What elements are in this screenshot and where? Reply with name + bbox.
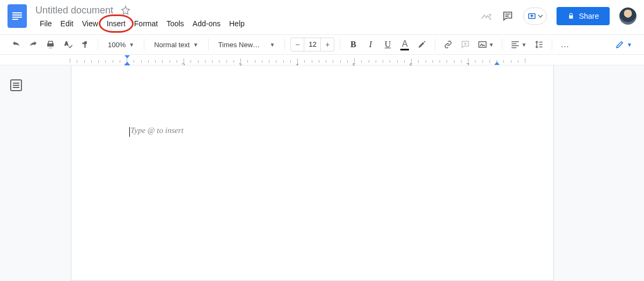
more-button[interactable]: … bbox=[558, 37, 573, 52]
placeholder-text: Type @ to insert bbox=[130, 126, 184, 135]
document-title[interactable]: Untitled document bbox=[35, 5, 113, 16]
menu-edit[interactable]: Edit bbox=[56, 18, 78, 29]
chevron-down-icon: ▼ bbox=[488, 42, 494, 48]
activity-icon[interactable] bbox=[480, 10, 492, 22]
font-value: Times New… bbox=[218, 41, 267, 49]
share-button[interactable]: Share bbox=[557, 7, 610, 25]
present-caret-icon bbox=[538, 13, 543, 19]
highlight-button[interactable] bbox=[414, 37, 429, 52]
linespacing-button[interactable] bbox=[531, 37, 546, 52]
size-increase[interactable]: + bbox=[321, 40, 334, 49]
comments-icon[interactable] bbox=[502, 10, 514, 22]
spellcheck-button[interactable] bbox=[60, 37, 75, 52]
link-button[interactable] bbox=[441, 37, 456, 52]
style-value: Normal text bbox=[154, 41, 189, 49]
paintformat-button[interactable] bbox=[77, 37, 92, 52]
image-button[interactable]: ▼ bbox=[475, 37, 496, 52]
menu-insert[interactable]: Insert bbox=[103, 18, 130, 29]
menu-addons[interactable]: Add-ons bbox=[188, 18, 225, 29]
print-button[interactable] bbox=[43, 37, 58, 52]
style-select[interactable]: Normal text ▼ bbox=[150, 37, 202, 52]
zoom-select[interactable]: 100% ▼ bbox=[104, 37, 138, 52]
underline-button[interactable]: U bbox=[380, 37, 395, 52]
size-value[interactable]: 12 bbox=[304, 38, 321, 51]
chevron-down-icon: ▼ bbox=[270, 42, 275, 48]
chevron-down-icon: ▼ bbox=[521, 42, 526, 48]
chevron-down-icon: ▼ bbox=[627, 42, 632, 48]
menu-help[interactable]: Help bbox=[225, 18, 249, 29]
lock-icon bbox=[567, 12, 575, 20]
pencil-icon bbox=[615, 40, 625, 49]
present-button[interactable] bbox=[523, 8, 547, 25]
star-icon[interactable] bbox=[121, 5, 130, 15]
undo-button[interactable] bbox=[9, 37, 24, 52]
avatar[interactable] bbox=[619, 8, 636, 25]
font-size-stepper[interactable]: − 12 + bbox=[290, 38, 334, 51]
toolbar: 100% ▼ Normal text ▼ Times New… ▼ − 12 +… bbox=[0, 34, 644, 55]
menu-file[interactable]: File bbox=[35, 18, 56, 29]
share-label: Share bbox=[579, 12, 599, 20]
menu-tools[interactable]: Tools bbox=[162, 18, 188, 29]
outline-icon[interactable] bbox=[10, 79, 22, 91]
italic-button[interactable]: I bbox=[363, 37, 378, 52]
menubar: File Edit View Insert Format Tools Add-o… bbox=[35, 17, 480, 30]
textcolor-button[interactable]: A bbox=[397, 37, 412, 52]
chevron-down-icon: ▼ bbox=[129, 42, 134, 48]
docs-logo[interactable] bbox=[8, 4, 27, 28]
redo-button[interactable] bbox=[26, 37, 41, 52]
align-button[interactable]: ▼ bbox=[508, 37, 529, 52]
menu-format[interactable]: Format bbox=[130, 18, 162, 29]
zoom-value: 100% bbox=[108, 41, 126, 49]
chevron-down-icon: ▼ bbox=[193, 42, 199, 48]
document-page[interactable]: Type @ to insert bbox=[71, 65, 554, 281]
mode-button[interactable]: ▼ bbox=[612, 38, 635, 51]
size-decrease[interactable]: − bbox=[291, 40, 304, 49]
text-caret bbox=[129, 127, 130, 137]
bold-button[interactable]: B bbox=[346, 37, 361, 52]
ruler[interactable]: 1234567 bbox=[0, 55, 644, 65]
font-select[interactable]: Times New… ▼ bbox=[214, 37, 280, 52]
addcomment-button[interactable] bbox=[458, 37, 473, 52]
